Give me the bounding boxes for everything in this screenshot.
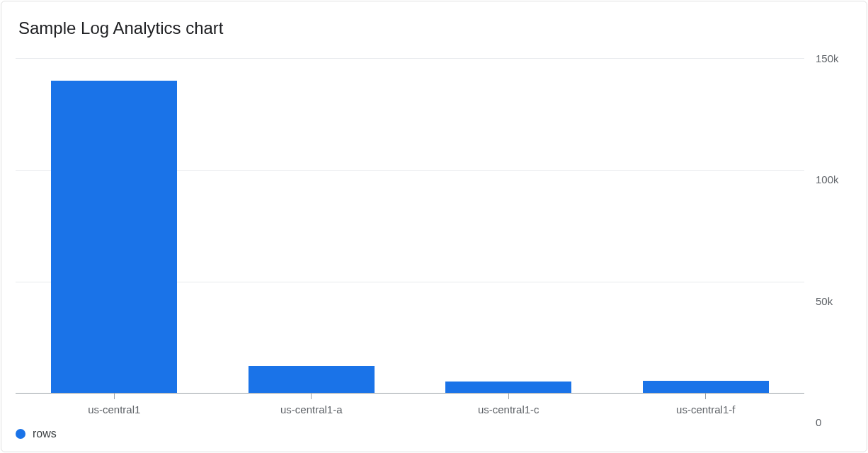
- bar-slot: [607, 59, 805, 393]
- x-axis: us-central1us-central1-aus-central1-cus-…: [16, 394, 804, 422]
- bar-slot: [213, 59, 411, 393]
- x-tick-group: us-central1-c: [410, 394, 607, 422]
- y-axis: 050k100k150k: [810, 58, 852, 422]
- bar[interactable]: [643, 381, 769, 393]
- x-tick-label: us-central1-c: [410, 403, 607, 415]
- bar[interactable]: [51, 81, 177, 393]
- x-tick-label: us-central1-a: [213, 403, 411, 415]
- bars-layer: [16, 59, 804, 393]
- chart-title: Sample Log Analytics chart: [16, 18, 852, 38]
- x-tick-mark: [114, 394, 115, 399]
- y-tick-label: 100k: [816, 173, 839, 185]
- bar-slot: [410, 59, 607, 393]
- bar[interactable]: [249, 366, 375, 393]
- bar-slot: [16, 59, 213, 393]
- x-tick-mark: [705, 394, 706, 399]
- chart-card: Sample Log Analytics chart us-central1us…: [1, 1, 867, 452]
- x-tick-mark: [311, 394, 312, 399]
- plot-container: us-central1us-central1-aus-central1-cus-…: [16, 58, 804, 422]
- y-tick-label: 50k: [816, 294, 833, 306]
- legend: rows: [16, 428, 852, 440]
- x-tick-label: us-central1: [16, 403, 213, 415]
- x-tick-mark: [508, 394, 509, 399]
- x-tick-group: us-central1: [16, 394, 213, 422]
- plot-row: us-central1us-central1-aus-central1-cus-…: [16, 58, 852, 422]
- x-tick-group: us-central1-f: [607, 394, 805, 422]
- legend-label: rows: [33, 428, 57, 440]
- y-tick-label: 0: [816, 416, 821, 428]
- y-tick-label: 150k: [816, 52, 839, 64]
- bar[interactable]: [445, 382, 571, 393]
- grid-plot: [16, 58, 804, 394]
- x-tick-label: us-central1-f: [607, 403, 805, 415]
- legend-dot-icon: [16, 429, 25, 439]
- chart-area: us-central1us-central1-aus-central1-cus-…: [16, 58, 852, 440]
- x-tick-group: us-central1-a: [213, 394, 411, 422]
